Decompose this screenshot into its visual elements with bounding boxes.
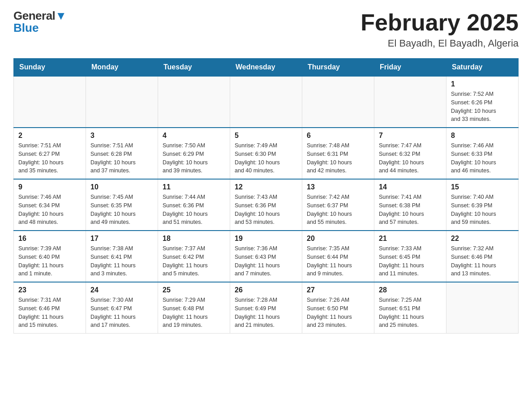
weekday-header-sunday: Sunday (14, 59, 86, 77)
calendar-cell: 5Sunrise: 7:49 AM Sunset: 6:30 PM Daylig… (230, 128, 302, 179)
logo: General▼ Blue (13, 9, 67, 35)
calendar-cell: 18Sunrise: 7:37 AM Sunset: 6:42 PM Dayli… (158, 231, 230, 282)
day-info: Sunrise: 7:35 AM Sunset: 6:44 PM Dayligh… (307, 244, 369, 278)
title-block: February 2025 El Bayadh, El Bayadh, Alge… (360, 9, 519, 49)
day-info: Sunrise: 7:33 AM Sunset: 6:45 PM Dayligh… (379, 244, 442, 278)
day-number: 7 (379, 132, 442, 140)
day-info: Sunrise: 7:26 AM Sunset: 6:50 PM Dayligh… (307, 296, 369, 330)
calendar-cell: 1Sunrise: 7:52 AM Sunset: 6:26 PM Daylig… (446, 76, 519, 128)
day-info: Sunrise: 7:41 AM Sunset: 6:38 PM Dayligh… (379, 193, 442, 227)
day-number: 19 (235, 235, 297, 243)
day-number: 8 (451, 132, 514, 140)
weekday-header-thursday: Thursday (302, 59, 374, 77)
calendar-cell: 10Sunrise: 7:45 AM Sunset: 6:35 PM Dayli… (86, 179, 158, 231)
calendar-week-row: 16Sunrise: 7:39 AM Sunset: 6:40 PM Dayli… (14, 231, 519, 282)
day-number: 14 (379, 183, 442, 191)
calendar-cell: 13Sunrise: 7:42 AM Sunset: 6:37 PM Dayli… (302, 179, 374, 231)
calendar-subtitle: El Bayadh, El Bayadh, Algeria (360, 38, 519, 49)
day-number: 21 (379, 235, 442, 243)
day-number: 18 (163, 235, 225, 243)
day-number: 11 (163, 183, 225, 191)
calendar-cell: 27Sunrise: 7:26 AM Sunset: 6:50 PM Dayli… (302, 282, 374, 334)
page-header: General▼ Blue February 2025 El Bayadh, E… (13, 9, 519, 49)
calendar-cell: 20Sunrise: 7:35 AM Sunset: 6:44 PM Dayli… (302, 231, 374, 282)
day-info: Sunrise: 7:52 AM Sunset: 6:26 PM Dayligh… (451, 90, 514, 124)
day-number: 2 (18, 132, 81, 140)
day-info: Sunrise: 7:48 AM Sunset: 6:31 PM Dayligh… (307, 141, 369, 175)
calendar-cell: 3Sunrise: 7:51 AM Sunset: 6:28 PM Daylig… (86, 128, 158, 179)
day-number: 26 (235, 286, 297, 294)
calendar-cell: 8Sunrise: 7:46 AM Sunset: 6:33 PM Daylig… (446, 128, 519, 179)
weekday-header-monday: Monday (86, 59, 158, 77)
logo-arrow-icon: ▼ (55, 9, 66, 22)
calendar-cell: 15Sunrise: 7:40 AM Sunset: 6:39 PM Dayli… (446, 179, 519, 231)
calendar-cell: 9Sunrise: 7:46 AM Sunset: 6:34 PM Daylig… (14, 179, 86, 231)
day-info: Sunrise: 7:51 AM Sunset: 6:28 PM Dayligh… (90, 141, 153, 175)
day-info: Sunrise: 7:37 AM Sunset: 6:42 PM Dayligh… (163, 244, 225, 278)
calendar-title: February 2025 (360, 9, 519, 36)
calendar-cell: 12Sunrise: 7:43 AM Sunset: 6:36 PM Dayli… (230, 179, 302, 231)
day-info: Sunrise: 7:46 AM Sunset: 6:34 PM Dayligh… (18, 193, 81, 227)
calendar-week-row: 9Sunrise: 7:46 AM Sunset: 6:34 PM Daylig… (14, 179, 519, 231)
day-number: 5 (235, 132, 297, 140)
calendar-cell: 19Sunrise: 7:36 AM Sunset: 6:43 PM Dayli… (230, 231, 302, 282)
day-info: Sunrise: 7:47 AM Sunset: 6:32 PM Dayligh… (379, 141, 442, 175)
calendar-cell: 26Sunrise: 7:28 AM Sunset: 6:49 PM Dayli… (230, 282, 302, 334)
day-info: Sunrise: 7:28 AM Sunset: 6:49 PM Dayligh… (235, 296, 297, 330)
calendar-cell (230, 76, 302, 128)
day-info: Sunrise: 7:49 AM Sunset: 6:30 PM Dayligh… (235, 141, 297, 175)
day-number: 15 (451, 183, 514, 191)
day-number: 20 (307, 235, 369, 243)
day-number: 3 (90, 132, 153, 140)
logo-blue-text: Blue (13, 21, 39, 35)
day-number: 12 (235, 183, 297, 191)
calendar-cell: 17Sunrise: 7:38 AM Sunset: 6:41 PM Dayli… (86, 231, 158, 282)
calendar-cell (446, 282, 519, 334)
day-number: 28 (379, 286, 442, 294)
day-info: Sunrise: 7:46 AM Sunset: 6:33 PM Dayligh… (451, 141, 514, 175)
day-info: Sunrise: 7:32 AM Sunset: 6:46 PM Dayligh… (451, 244, 514, 278)
calendar-cell: 23Sunrise: 7:31 AM Sunset: 6:46 PM Dayli… (14, 282, 86, 334)
day-info: Sunrise: 7:39 AM Sunset: 6:40 PM Dayligh… (18, 244, 81, 278)
calendar-week-row: 2Sunrise: 7:51 AM Sunset: 6:27 PM Daylig… (14, 128, 519, 179)
calendar-cell (14, 76, 86, 128)
weekday-header-friday: Friday (374, 59, 446, 77)
weekday-header-saturday: Saturday (446, 59, 519, 77)
calendar-cell (374, 76, 446, 128)
day-info: Sunrise: 7:42 AM Sunset: 6:37 PM Dayligh… (307, 193, 369, 227)
calendar-table: SundayMondayTuesdayWednesdayThursdayFrid… (13, 58, 519, 334)
day-info: Sunrise: 7:40 AM Sunset: 6:39 PM Dayligh… (451, 193, 514, 227)
calendar-cell: 2Sunrise: 7:51 AM Sunset: 6:27 PM Daylig… (14, 128, 86, 179)
day-number: 9 (18, 183, 81, 191)
day-number: 10 (90, 183, 153, 191)
calendar-cell: 25Sunrise: 7:29 AM Sunset: 6:48 PM Dayli… (158, 282, 230, 334)
calendar-cell: 16Sunrise: 7:39 AM Sunset: 6:40 PM Dayli… (14, 231, 86, 282)
calendar-cell: 7Sunrise: 7:47 AM Sunset: 6:32 PM Daylig… (374, 128, 446, 179)
day-info: Sunrise: 7:38 AM Sunset: 6:41 PM Dayligh… (90, 244, 153, 278)
day-number: 13 (307, 183, 369, 191)
calendar-header-row: SundayMondayTuesdayWednesdayThursdayFrid… (14, 59, 519, 77)
weekday-header-tuesday: Tuesday (158, 59, 230, 77)
day-number: 24 (90, 286, 153, 294)
calendar-cell: 14Sunrise: 7:41 AM Sunset: 6:38 PM Dayli… (374, 179, 446, 231)
day-info: Sunrise: 7:51 AM Sunset: 6:27 PM Dayligh… (18, 141, 81, 175)
calendar-cell (86, 76, 158, 128)
calendar-cell: 6Sunrise: 7:48 AM Sunset: 6:31 PM Daylig… (302, 128, 374, 179)
calendar-cell: 11Sunrise: 7:44 AM Sunset: 6:36 PM Dayli… (158, 179, 230, 231)
weekday-header-wednesday: Wednesday (230, 59, 302, 77)
calendar-cell: 21Sunrise: 7:33 AM Sunset: 6:45 PM Dayli… (374, 231, 446, 282)
calendar-cell: 4Sunrise: 7:50 AM Sunset: 6:29 PM Daylig… (158, 128, 230, 179)
calendar-week-row: 23Sunrise: 7:31 AM Sunset: 6:46 PM Dayli… (14, 282, 519, 334)
calendar-cell (302, 76, 374, 128)
day-number: 25 (163, 286, 225, 294)
day-number: 4 (163, 132, 225, 140)
day-number: 17 (90, 235, 153, 243)
day-info: Sunrise: 7:36 AM Sunset: 6:43 PM Dayligh… (235, 244, 297, 278)
day-number: 23 (18, 286, 81, 294)
day-info: Sunrise: 7:29 AM Sunset: 6:48 PM Dayligh… (163, 296, 225, 330)
day-number: 22 (451, 235, 514, 243)
calendar-cell (158, 76, 230, 128)
calendar-cell: 28Sunrise: 7:25 AM Sunset: 6:51 PM Dayli… (374, 282, 446, 334)
day-number: 6 (307, 132, 369, 140)
day-info: Sunrise: 7:45 AM Sunset: 6:35 PM Dayligh… (90, 193, 153, 227)
